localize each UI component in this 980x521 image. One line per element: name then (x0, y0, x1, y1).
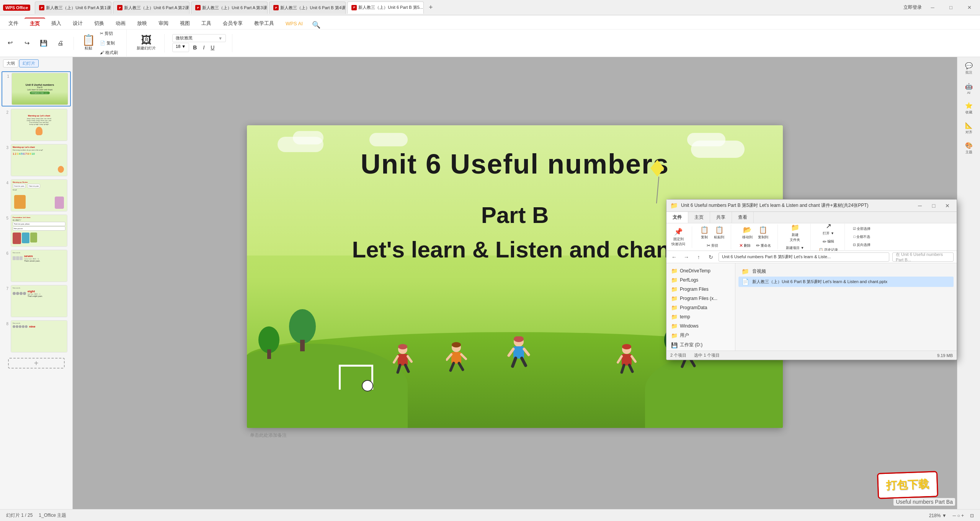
fe-sidebar-item-drived[interactable]: 💾 工作室 (D:) (666, 340, 735, 350)
fe-close-btn[interactable]: ✕ (942, 202, 953, 210)
search-icon[interactable]: 🔍 (312, 21, 320, 29)
fe-btn-moveto[interactable]: 📂 移动到 (740, 224, 755, 241)
fe-minimize-btn[interactable]: ─ (915, 202, 925, 210)
ribbon-tab-teaching[interactable]: 教学工具 (249, 18, 279, 29)
outline-view-button[interactable]: 大纲 (3, 59, 18, 67)
fe-forward-button[interactable]: → (682, 252, 691, 262)
maximize-button[interactable]: □ (943, 2, 959, 13)
ribbon-tab-file[interactable]: 文件 (3, 18, 24, 29)
ribbon-tab-tools[interactable]: 工具 (196, 18, 217, 29)
italic-btn[interactable]: I (201, 43, 207, 52)
fe-btn-invertselect[interactable]: ⊡ 反向选择 (851, 241, 873, 249)
bold-btn[interactable]: B (191, 43, 199, 52)
tab-2[interactable]: P 新人教三（上）Unit 6 Part A 第2课 × (113, 2, 189, 14)
ribbon-tab-home[interactable]: 主页 (24, 18, 45, 29)
theme-button[interactable]: 🎨 主题 (960, 140, 977, 157)
fe-btn-newfolder[interactable]: 📁 新建文件夹 (788, 222, 802, 244)
fe-btn-paste[interactable]: 📋 粘贴到 (712, 224, 726, 241)
ribbon-btn-copy[interactable]: 📄 复制 (98, 39, 120, 48)
fe-btn-selectnone[interactable]: □ 全都不选 (851, 233, 872, 241)
ribbon-btn-redo[interactable]: ↪ (20, 37, 34, 49)
ribbon-tab-wpsai[interactable]: WPS AI (280, 18, 308, 29)
add-slide-button[interactable]: + (8, 358, 65, 369)
align-button[interactable]: 📐 对齐 (960, 120, 977, 137)
svg-line-13 (451, 363, 454, 370)
fe-file-audio[interactable]: 📁 音视频 (738, 266, 954, 277)
fe-btn-edit[interactable]: ✏ 编辑 (821, 238, 836, 246)
user-area[interactable]: 立即登录 (903, 4, 922, 11)
fe-btn-selectall[interactable]: ☑ 全部选择 (851, 225, 873, 233)
view-controls[interactable]: ─ ○ + (953, 513, 964, 518)
tab-5[interactable]: P 新人教三（上）Unit 6 Part B 第5... × (347, 2, 424, 14)
user-login[interactable]: 立即登录 (903, 4, 922, 11)
ribbon-btn-paste[interactable]: 📋 粘贴 (82, 34, 95, 52)
fe-back-button[interactable]: ← (670, 252, 679, 262)
tab-4[interactable]: P 新人教三（上）Unit 6 Part B 第4课 × (269, 2, 346, 14)
ribbon-btn-save[interactable]: 💾 (37, 37, 51, 49)
fe-file-pptx[interactable]: 📄 新人教三（上）Unit 6 Part B 第5课时 Let's learn … (738, 277, 954, 287)
close-button[interactable]: ✕ (962, 2, 977, 13)
ribbon-tab-animations[interactable]: 动画 (110, 18, 131, 29)
fe-btn-cut[interactable]: ✂ 剪切 (705, 242, 720, 249)
fe-btn-open[interactable]: ↗ 打开 ▼ (821, 221, 836, 237)
ribbon-tab-design[interactable]: 设计 (67, 18, 88, 29)
slide-item-5[interactable]: 5 Presentation: Let's learn 新人教版"六" That… (2, 214, 71, 247)
fe-btn-rename[interactable]: ✏ 重命名 (754, 242, 773, 249)
fe-refresh-button[interactable]: ↻ (706, 252, 715, 262)
slides-view-button[interactable]: 幻灯片 (19, 59, 39, 67)
slide-item-6[interactable]: 6 New words seven /ˈsevn/ n (2, 249, 71, 283)
fe-breadcrumb[interactable]: Unit 6 Useful numbers Part B 第5课时 Let's … (719, 252, 889, 262)
slide-item-7[interactable]: 7 New words eight (2, 284, 71, 318)
fe-btn-copyto[interactable]: 📋 复制到 (756, 224, 770, 241)
fe-sidebar-item-windows[interactable]: 📁 Windows (666, 321, 735, 331)
fe-btn-copy[interactable]: 📋 复制 (698, 224, 710, 241)
zoom-level[interactable]: 218% ▼ (929, 513, 947, 518)
fe-maximize-btn[interactable]: □ (928, 202, 939, 210)
annotation-button[interactable]: 💬 批注 (960, 60, 977, 77)
favorite-button[interactable]: ⭐ 收藏 (960, 100, 977, 117)
fe-sidebar-item-perflogs[interactable]: 📁 PerfLogs (666, 275, 735, 285)
fe-sidebar-item-onedrivetemp[interactable]: 📁 OneDriveTemp (666, 266, 735, 275)
fe-status-bar: 2 个项目 选中 1 个项目 9.19 MB (666, 351, 957, 360)
download-badge[interactable]: 打包下载 (877, 471, 938, 499)
fit-button[interactable]: ⊡ (970, 513, 974, 518)
ribbon-btn-cut[interactable]: ✂ 剪切 (98, 29, 120, 38)
ribbon-btn-newslide[interactable]: 🖼 新建幻灯片 (134, 34, 158, 52)
fe-tab-share[interactable]: 共享 (710, 212, 732, 223)
ribbon-tab-view[interactable]: 视图 (175, 18, 195, 29)
fe-tab-view[interactable]: 查看 (732, 212, 754, 223)
slide-item-4[interactable]: 4 Warming up: Review I have ten yuan. I … (2, 179, 71, 212)
ribbon-tab-slideshow[interactable]: 放映 (132, 18, 152, 29)
underline-btn[interactable]: U (208, 43, 217, 52)
slide-item-1[interactable]: 1 Unit 6 Useful numbers Part B Let's lea… (2, 71, 71, 106)
fe-tab-file[interactable]: 文件 (666, 212, 688, 223)
ribbon-tab-member[interactable]: 会员专享 (217, 18, 248, 29)
fe-btn-delete[interactable]: ✕ 删除 (737, 242, 753, 249)
tab-3[interactable]: P 新人教三（上）Unit 6 Part A 第3课 × (191, 2, 268, 14)
ribbon-btn-undo[interactable]: ↩ (3, 37, 17, 50)
minimize-button[interactable]: ─ (925, 2, 940, 13)
fe-btn-pin[interactable]: 📌 固定到快速访问 (670, 226, 687, 248)
fe-sidebar-item-programfilesx[interactable]: 📁 Program Files (x... (666, 294, 735, 303)
fe-sidebar-item-programfiles[interactable]: 📁 Program Files (666, 285, 735, 294)
tab-1[interactable]: P 新人教三（上）Unit 6 Part A 第1课 × (35, 2, 111, 14)
fe-sidebar-item-temp[interactable]: 📁 temp (666, 312, 735, 321)
slide-notes-area[interactable]: 单击此处添加备注 (247, 429, 783, 441)
slide-item-8[interactable]: 8 New words (2, 319, 71, 353)
slide-item-2[interactable]: 2 Warming up: Let's chant Jump! Jump! Ju… (2, 108, 71, 142)
ribbon-tab-insert[interactable]: 插入 (46, 18, 67, 29)
ribbon-btn-print[interactable]: 🖨 (54, 37, 67, 49)
slide-list[interactable]: 1 Unit 6 Useful numbers Part B Let's lea… (0, 70, 72, 509)
font-size-input[interactable]: 18 ▼ (172, 43, 189, 52)
fe-search-box[interactable]: 在 Unit 6 Useful numbers Part B... (892, 252, 954, 262)
ribbon-btn-format[interactable]: 🖌 格式刷 (98, 48, 120, 57)
slide-item-3[interactable]: 3 Warming up: Let's chant How many numbe… (2, 143, 71, 177)
fe-up-button[interactable]: ↑ (694, 252, 703, 262)
ribbon-tab-review[interactable]: 审阅 (153, 18, 174, 29)
ai-button[interactable]: 🤖 AI (960, 80, 977, 97)
new-tab-button[interactable]: + (425, 2, 436, 13)
fe-sidebar-item-programdata[interactable]: 📁 ProgramData (666, 303, 735, 312)
fe-tab-home[interactable]: 主页 (688, 212, 710, 223)
ribbon-tab-transitions[interactable]: 切换 (89, 18, 109, 29)
fe-sidebar-item-users[interactable]: 📁 用户 (666, 331, 735, 340)
